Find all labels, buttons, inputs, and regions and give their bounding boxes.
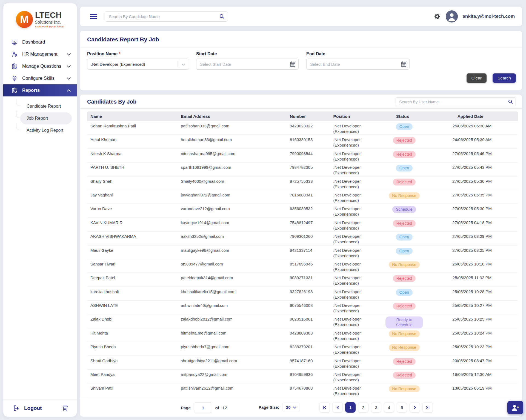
reports-icon	[11, 87, 18, 94]
page-number-input[interactable]	[194, 402, 212, 413]
status-badge: Open	[396, 123, 413, 130]
clear-button[interactable]: Clear	[467, 73, 487, 83]
candidate-position: .Net Developer (Experienced)	[330, 358, 382, 369]
candidate-name: Hit Mehta	[87, 330, 178, 336]
sidebar-item-candidate-report[interactable]: Candidate Report	[20, 100, 72, 112]
sidebar-item-job-report[interactable]: Job Report	[20, 112, 72, 124]
page-size-label: Page Size:	[259, 405, 279, 410]
candidate-number: 9421337114	[287, 248, 330, 253]
sidebar-item-reports[interactable]: Reports	[3, 84, 77, 96]
position-name-value: .Net Developer (Experienced)	[91, 62, 145, 67]
applied-date: 27/05/2025 05:43 PM	[423, 165, 518, 170]
candidate-email: hitmehta.me@gmail.com	[178, 330, 287, 336]
status-badge: Rejected	[393, 151, 416, 158]
table-row: karelia khushali khushalikarelia15@gmail…	[87, 287, 518, 301]
candidate-name: Deepak Patel	[87, 275, 178, 281]
calendar-icon[interactable]	[290, 61, 296, 68]
calendar-icon[interactable]	[401, 61, 407, 68]
lightbulb-gear-icon	[11, 75, 18, 82]
chevron-down-icon	[293, 406, 296, 408]
page-number-button[interactable]: 2	[358, 402, 368, 413]
page-title: Candidates Report By Job	[87, 36, 159, 43]
applied-date: 27/05/2025 04:18 PM	[423, 220, 518, 225]
table-row: Jay Vaghani jayvaghani072@gmail.com 7016…	[87, 190, 518, 204]
candidate-search-input[interactable]	[105, 11, 228, 22]
sidebar-item-hr-management[interactable]: HR Management	[3, 48, 77, 60]
candidate-email: niteshsharma995@gmail.com	[178, 151, 287, 156]
add-user-icon	[511, 404, 519, 411]
gear-icon[interactable]	[434, 13, 441, 20]
candidate-position: .Net Developer (Experienced)	[330, 137, 382, 148]
status-badge: No Response	[389, 192, 420, 199]
candidate-name: KAVIN KUMAR R	[87, 220, 178, 225]
candidate-position: .Net Developer (Experienced)	[330, 206, 382, 217]
of-label: of	[215, 405, 219, 410]
logout-icon[interactable]	[13, 405, 20, 412]
applied-date: 19/05/2025 12:30 AM	[423, 372, 518, 377]
candidate-position: .Net Developer (Experienced)	[330, 316, 382, 327]
recycle-bin-icon[interactable]	[62, 405, 68, 412]
candidate-number: 7909301260	[287, 234, 330, 239]
logout-button[interactable]: Logout	[24, 405, 42, 411]
search-icon[interactable]	[508, 99, 513, 105]
avatar[interactable]	[446, 10, 458, 22]
table-row: KAVIN KUMAR R kavingce1914@gmail.com 754…	[87, 218, 518, 232]
candidate-email: kavingce1914@gmail.com	[178, 220, 287, 225]
start-date-input[interactable]	[196, 59, 299, 70]
table-row: PARTH U. SHETH sparth1091999@gmail.com 7…	[87, 162, 518, 176]
sidebar-item-manage-questions[interactable]: Manage Questions	[3, 60, 77, 72]
page-number-button[interactable]: 4	[384, 402, 394, 413]
sidebar-item-activity-log-report[interactable]: Activity Log Report	[20, 124, 72, 136]
chevron-down-icon	[67, 53, 71, 56]
sidebar-item-configure-skills[interactable]: Configure Skills	[3, 72, 77, 84]
candidate-email: shrutigadhiya2211@gmail.com	[178, 358, 287, 364]
applied-date: 24/06/2025 05:30 AM	[423, 137, 518, 142]
hamburger-menu-icon[interactable]	[90, 14, 97, 19]
candidate-position: .Net Developer (Experienced)	[330, 165, 382, 176]
page-number-button[interactable]: 3	[371, 402, 381, 413]
last-page-button[interactable]	[422, 402, 433, 413]
search-icon[interactable]	[219, 14, 225, 20]
applied-date: 27/05/2025 05:36 PM	[423, 179, 518, 184]
pagination-bar: Page of 17 Page Size: 20 1 2 3 4 5	[80, 398, 522, 417]
position-name-select[interactable]: .Net Developer (Experienced)	[87, 59, 189, 70]
candidate-position: .Net Developer (Experienced)	[330, 248, 382, 259]
page-size-select[interactable]: 20	[282, 402, 300, 412]
status-badge: No Response	[389, 330, 420, 337]
next-page-button[interactable]	[410, 402, 420, 413]
search-button[interactable]: Search	[493, 73, 516, 83]
brand-name: LTECH	[35, 11, 64, 19]
first-page-button[interactable]	[319, 402, 330, 413]
prev-page-button[interactable]	[332, 402, 343, 413]
candidate-email: Shaily4000@gmail.com	[178, 179, 287, 184]
add-candidate-button[interactable]	[507, 401, 523, 414]
sidebar-item-label: Reports	[22, 88, 40, 93]
page-number-button[interactable]: 5	[397, 402, 407, 413]
candidate-position: .Net Developer (Experienced)	[330, 289, 382, 300]
candidate-number: 9023516061	[287, 316, 330, 322]
sidebar-item-dashboard[interactable]: Dashboard	[3, 36, 77, 48]
candidate-number: 8517896946	[287, 261, 330, 267]
candidate-email: ashwinlate46@gmail.com	[178, 303, 287, 308]
candidate-name: Shaily Shah	[87, 179, 178, 184]
candidate-position: .Net Developer (Experienced)	[330, 344, 382, 355]
page-size-value: 20	[286, 405, 291, 410]
candidate-email: mauligayke96@gmail.com	[178, 248, 287, 253]
candidate-number: 8160389153	[287, 137, 330, 142]
candidate-position: .Net Developer (Experienced)	[330, 151, 382, 162]
user-search-input[interactable]	[396, 97, 516, 106]
brand-logo: M LTECH Solutions Inc. Implementing your…	[6, 11, 74, 28]
reports-submenu: Candidate Report Job Report Activity Log…	[3, 100, 77, 136]
status-badge: Open	[396, 165, 413, 172]
candidate-number: 9428809383	[287, 330, 330, 336]
candidate-position: .Net Developer (Experienced)	[330, 192, 382, 203]
end-date-input[interactable]	[306, 59, 410, 70]
applied-date: 25/06/2025 05:30 AM	[423, 123, 518, 129]
page-number-button[interactable]: 1	[345, 402, 356, 413]
page-label: Page	[181, 405, 191, 410]
user-email[interactable]: ankita.y@mol-tech.com	[463, 14, 515, 19]
status-badge: Rejected	[393, 303, 416, 310]
candidate-position: .Net Developer (Experienced)	[330, 275, 382, 286]
candidate-name: Zalak Dhobi	[87, 316, 178, 322]
candidate-number: 9327826198	[287, 289, 330, 295]
